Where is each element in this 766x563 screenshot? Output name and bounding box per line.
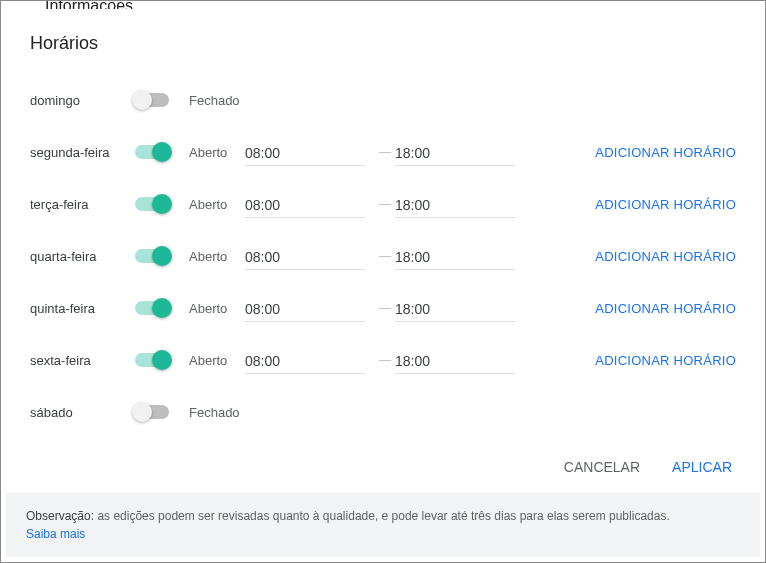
time-range-separator: — (375, 197, 395, 211)
open-status-label: Fechado (185, 93, 245, 108)
toggle-knob (152, 142, 172, 162)
day-row: domingoFechado (30, 74, 736, 126)
day-name: quinta-feira (30, 301, 135, 316)
open-status-label: Aberto (185, 353, 245, 368)
open-time-input[interactable] (245, 295, 365, 322)
open-status-label: Aberto (185, 145, 245, 160)
apply-button[interactable]: APLICAR (672, 459, 732, 475)
add-hours-button[interactable]: ADICIONAR HORÁRIO (525, 353, 736, 368)
learn-more-link[interactable]: Saiba mais (26, 527, 85, 541)
add-hours-button[interactable]: ADICIONAR HORÁRIO (525, 197, 736, 212)
open-time-input[interactable] (245, 139, 365, 166)
open-status-label: Aberto (185, 249, 245, 264)
close-time-input[interactable] (395, 243, 515, 270)
open-time-input[interactable] (245, 243, 365, 270)
open-toggle[interactable] (135, 405, 169, 419)
footer-prefix: Observação: (26, 509, 94, 523)
close-time-input[interactable] (395, 191, 515, 218)
close-time-input[interactable] (395, 139, 515, 166)
day-name: terça-feira (30, 197, 135, 212)
open-toggle[interactable] (135, 93, 169, 107)
footer-note: Observação: as edições podem ser revisad… (6, 493, 760, 557)
open-toggle[interactable] (135, 197, 169, 211)
day-name: quarta-feira (30, 249, 135, 264)
day-row: terça-feiraAberto—ADICIONAR HORÁRIO (30, 178, 736, 230)
toggle-knob (132, 402, 152, 422)
day-row: sexta-feiraAberto—ADICIONAR HORÁRIO (30, 334, 736, 386)
open-status-label: Aberto (185, 301, 245, 316)
time-range-separator: — (375, 249, 395, 263)
open-time-input[interactable] (245, 191, 365, 218)
open-toggle[interactable] (135, 145, 169, 159)
footer-text: as edições podem ser revisadas quanto à … (94, 509, 670, 523)
add-hours-button[interactable]: ADICIONAR HORÁRIO (525, 301, 736, 316)
add-hours-button[interactable]: ADICIONAR HORÁRIO (525, 145, 736, 160)
day-row: quinta-feiraAberto—ADICIONAR HORÁRIO (30, 282, 736, 334)
open-toggle[interactable] (135, 353, 169, 367)
day-name: sábado (30, 405, 135, 420)
time-range-separator: — (375, 353, 395, 367)
day-row: segunda-feiraAberto—ADICIONAR HORÁRIO (30, 126, 736, 178)
day-name: domingo (30, 93, 135, 108)
day-row: quarta-feiraAberto—ADICIONAR HORÁRIO (30, 230, 736, 282)
day-name: sexta-feira (30, 353, 135, 368)
open-status-label: Aberto (185, 197, 245, 212)
open-time-input[interactable] (245, 347, 365, 374)
toggle-knob (152, 350, 172, 370)
toggle-knob (152, 194, 172, 214)
time-range-separator: — (375, 301, 395, 315)
close-time-input[interactable] (395, 295, 515, 322)
days-list: domingoFechadosegunda-feiraAberto—ADICIO… (6, 62, 760, 441)
open-toggle[interactable] (135, 249, 169, 263)
toggle-knob (152, 246, 172, 266)
toggle-knob (132, 90, 152, 110)
toggle-knob (152, 298, 172, 318)
cancel-button[interactable]: CANCELAR (564, 459, 640, 475)
close-time-input[interactable] (395, 347, 515, 374)
time-range-separator: — (375, 145, 395, 159)
open-toggle[interactable] (135, 301, 169, 315)
day-name: segunda-feira (30, 145, 135, 160)
dialog-actions: CANCELAR APLICAR (6, 441, 760, 493)
day-row: sábadoFechado (30, 386, 736, 438)
open-status-label: Fechado (185, 405, 245, 420)
dialog-title: Horários (6, 9, 760, 62)
hours-dialog: Horários domingoFechadosegunda-feiraAber… (6, 9, 760, 557)
add-hours-button[interactable]: ADICIONAR HORÁRIO (525, 249, 736, 264)
